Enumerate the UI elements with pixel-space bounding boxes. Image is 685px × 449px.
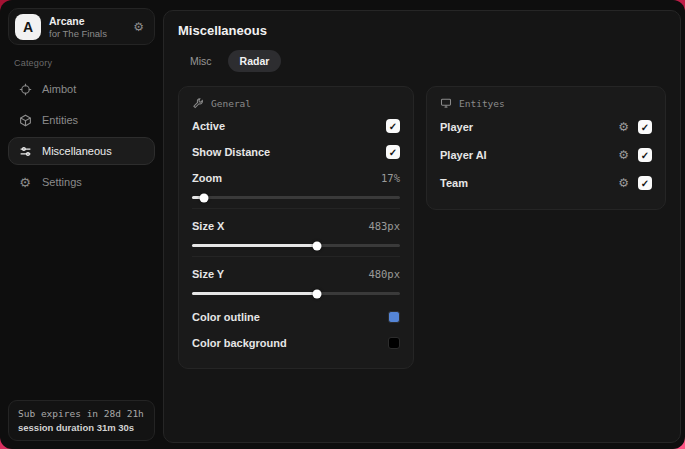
color-label: Color outline: [192, 311, 260, 323]
sidebar-account-card[interactable]: A Arcane for The Finals ⚙: [8, 8, 155, 45]
check-icon: ✓: [641, 178, 649, 189]
zoom-slider[interactable]: [192, 193, 400, 202]
slider-label: Size X: [192, 220, 224, 232]
sidebar-item-label: Miscellaneous: [42, 145, 112, 157]
toggle-row-show-distance: Show Distance ✓: [192, 139, 400, 165]
slider-track: [192, 292, 400, 295]
entity-label: Player: [440, 121, 473, 133]
entities-card: Entityes Player ⚙ ✓ Player AI ⚙ ✓: [426, 86, 666, 210]
account-settings-icon[interactable]: ⚙: [133, 21, 144, 33]
gear-icon[interactable]: ⚙: [618, 121, 629, 133]
entity-row-player-ai: Player AI ⚙ ✓: [440, 141, 652, 169]
entities-card-title: Entityes: [459, 98, 505, 109]
toggle-label: Show Distance: [192, 146, 270, 158]
slider-thumb[interactable]: [312, 241, 321, 250]
entity-controls: ⚙ ✓: [618, 148, 652, 162]
divider: [192, 208, 400, 209]
size-y-value: 480px: [368, 268, 400, 280]
main-panel: Miscellaneous Misc Radar General Active …: [163, 10, 681, 443]
crosshair-icon: [18, 82, 32, 96]
slider-label: Zoom: [192, 172, 222, 184]
entity-label: Team: [440, 177, 468, 189]
sidebar-item-label: Settings: [42, 176, 82, 188]
sidebar-item-label: Aimbot: [42, 83, 76, 95]
slider-fill: [192, 244, 317, 247]
check-icon: ✓: [389, 147, 397, 158]
check-icon: ✓: [641, 150, 649, 161]
slider-track: [192, 244, 400, 247]
divider: [192, 256, 400, 257]
subscription-expiry: Sub expires in 28d 21h: [18, 408, 145, 419]
toggle-label: Active: [192, 120, 225, 132]
sliders-icon: [18, 144, 32, 158]
tab-bar: Misc Radar: [178, 50, 666, 72]
team-checkbox[interactable]: ✓: [638, 176, 652, 190]
slider-label: Size Y: [192, 268, 224, 280]
tab-misc[interactable]: Misc: [178, 50, 224, 72]
app-name: Arcane: [49, 15, 125, 27]
app-window: A Arcane for The Finals ⚙ Category Aimbo…: [0, 0, 685, 449]
zoom-value: 17%: [381, 172, 400, 184]
check-icon: ✓: [389, 121, 397, 132]
category-label: Category: [14, 58, 149, 68]
check-icon: ✓: [641, 122, 649, 133]
player-checkbox[interactable]: ✓: [638, 120, 652, 134]
slider-row-size-y: Size Y 480px: [192, 261, 400, 287]
general-card: General Active ✓ Show Distance ✓ Zoom 17…: [178, 86, 414, 369]
monitor-icon: [440, 97, 452, 109]
sidebar: A Arcane for The Finals ⚙ Category Aimbo…: [0, 0, 163, 449]
entities-card-header: Entityes: [440, 97, 652, 109]
toggle-row-active: Active ✓: [192, 113, 400, 139]
slider-track: [192, 196, 400, 199]
color-row-background: Color background: [192, 330, 400, 356]
cube-icon: [18, 113, 32, 127]
gear-icon[interactable]: ⚙: [618, 149, 629, 161]
gear-icon[interactable]: ⚙: [618, 177, 629, 189]
app-title-block: Arcane for The Finals: [49, 15, 125, 39]
slider-thumb[interactable]: [312, 289, 321, 298]
color-label: Color background: [192, 337, 287, 349]
entity-controls: ⚙ ✓: [618, 120, 652, 134]
wrench-icon: [192, 97, 204, 109]
entity-controls: ⚙ ✓: [618, 176, 652, 190]
subscription-info-box: Sub expires in 28d 21h session duration …: [8, 400, 155, 441]
color-row-outline: Color outline: [192, 304, 400, 330]
sidebar-item-entities[interactable]: Entities: [8, 106, 155, 134]
color-background-swatch[interactable]: [388, 337, 400, 349]
entity-label: Player AI: [440, 149, 487, 161]
show-distance-checkbox[interactable]: ✓: [386, 145, 400, 159]
sidebar-item-miscellaneous[interactable]: Miscellaneous: [8, 137, 155, 165]
entity-row-player: Player ⚙ ✓: [440, 113, 652, 141]
sidebar-nav: Aimbot Entities Miscellaneous ⚙ Settings: [8, 75, 155, 196]
color-outline-swatch[interactable]: [388, 311, 400, 323]
page-title: Miscellaneous: [178, 23, 666, 38]
sidebar-item-aimbot[interactable]: Aimbot: [8, 75, 155, 103]
session-duration: session duration 31m 30s: [18, 422, 145, 433]
general-card-header: General: [192, 97, 400, 109]
size-y-slider[interactable]: [192, 289, 400, 298]
sidebar-item-settings[interactable]: ⚙ Settings: [8, 168, 155, 196]
app-subtitle: for The Finals: [49, 28, 125, 39]
content-area: General Active ✓ Show Distance ✓ Zoom 17…: [178, 86, 666, 369]
active-checkbox[interactable]: ✓: [386, 119, 400, 133]
slider-fill: [192, 292, 317, 295]
slider-row-size-x: Size X 483px: [192, 213, 400, 239]
general-card-title: General: [211, 98, 251, 109]
slider-thumb[interactable]: [200, 193, 209, 202]
size-x-value: 483px: [368, 220, 400, 232]
entity-row-team: Team ⚙ ✓: [440, 169, 652, 197]
gear-icon: ⚙: [18, 175, 32, 189]
size-x-slider[interactable]: [192, 241, 400, 250]
tab-radar[interactable]: Radar: [228, 50, 282, 72]
sidebar-item-label: Entities: [42, 114, 78, 126]
slider-row-zoom: Zoom 17%: [192, 165, 400, 191]
player-ai-checkbox[interactable]: ✓: [638, 148, 652, 162]
app-logo: A: [15, 14, 41, 40]
